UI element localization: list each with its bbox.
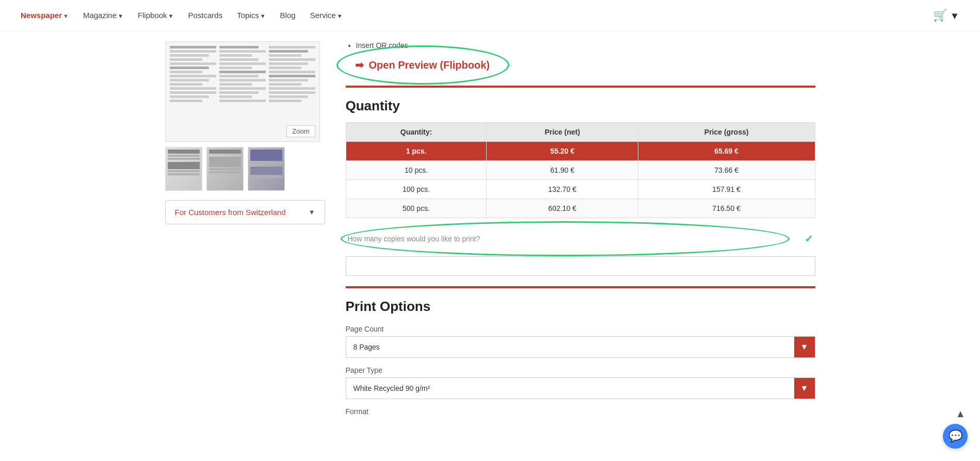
zoom-button[interactable]: Zoom xyxy=(286,125,315,137)
preview-oval-container: ➡ Open Preview (Flipbook) xyxy=(346,55,499,75)
col-price-net-header: Price (net) xyxy=(487,123,638,142)
quantity-table-row[interactable]: 10 pcs. 61.90 € 73.66 € xyxy=(346,161,815,180)
nav-postcards[interactable]: Postcards xyxy=(188,11,222,20)
preview-bullet: Insert QR codes xyxy=(356,41,815,50)
open-preview-button[interactable]: ➡ Open Preview (Flipbook) xyxy=(346,55,499,75)
arrow-right-icon: ➡ xyxy=(355,59,364,71)
quantity-input-placeholder: How many copies would you like to print? xyxy=(348,235,805,243)
red-divider-top xyxy=(346,86,815,88)
paper-type-label: Paper Type xyxy=(346,366,815,374)
quantity-table-row[interactable]: 100 pcs. 132.70 € 157.91 € xyxy=(346,180,815,199)
col-price-gross-header: Price (gross) xyxy=(638,123,815,142)
quantity-table-row[interactable]: 500 pcs. 602.10 € 716.50 € xyxy=(346,199,815,218)
gross-price-cell: 73.66 € xyxy=(638,161,815,180)
thumbnail-row xyxy=(165,147,325,191)
quantity-table: Quantity: Price (net) Price (gross) 1 pc… xyxy=(346,122,815,218)
nav-service[interactable]: Service▼ xyxy=(310,11,343,20)
nav-links: Newspaper▼ Magazine▼ Flipbook▼ Postcards… xyxy=(21,9,959,22)
chevron-down-icon: ▼ xyxy=(309,208,315,216)
scroll-top-arrow[interactable]: ▲ xyxy=(955,408,966,420)
quantity-table-row[interactable]: 1 pcs. 55.20 € 65.69 € xyxy=(346,142,815,161)
red-divider-bottom xyxy=(346,286,815,288)
page-count-dropdown-arrow[interactable]: ▼ xyxy=(794,337,815,357)
net-price-cell: 61.90 € xyxy=(487,161,638,180)
page-count-value: 8 Pages xyxy=(346,338,794,356)
right-panel: Insert QR codes ➡ Open Preview (Flipbook… xyxy=(346,41,815,419)
thumbnail-3[interactable] xyxy=(248,147,285,191)
preview-section: Insert QR codes ➡ Open Preview (Flipbook… xyxy=(346,41,815,75)
nav-flipbook[interactable]: Flipbook▼ xyxy=(138,11,174,20)
quantity-input[interactable] xyxy=(346,256,815,276)
product-main-image: Zoom xyxy=(165,41,320,142)
swiss-customers-box[interactable]: For Customers from Switzerland ▼ xyxy=(165,200,325,224)
left-panel: Zoom xyxy=(165,41,325,419)
chevron-down-icon: ▼ xyxy=(168,13,174,19)
paper-type-select[interactable]: White Recycled 90 g/m² ▼ xyxy=(346,377,815,399)
format-label: Format xyxy=(346,407,815,416)
qty-cell: 500 pcs. xyxy=(346,199,487,218)
nav-newspaper[interactable]: Newspaper▼ xyxy=(21,11,69,20)
main-container: Zoom xyxy=(155,31,826,429)
chevron-down-icon: ▼ xyxy=(118,13,123,19)
qty-cell: 1 pcs. xyxy=(346,142,487,161)
quantity-title: Quantity xyxy=(346,98,815,114)
thumbnail-1[interactable] xyxy=(165,147,202,191)
swiss-label: For Customers from Switzerland xyxy=(175,208,286,217)
chevron-down-icon: ▼ xyxy=(260,13,266,19)
checkmark-icon: ✓ xyxy=(805,233,813,245)
chat-bubble[interactable]: 💬 xyxy=(943,424,968,429)
col-quantity-header: Quantity: xyxy=(346,123,487,142)
gross-price-cell: 157.91 € xyxy=(638,180,815,199)
qty-cell: 10 pcs. xyxy=(346,161,487,180)
quantity-section: Quantity Quantity: Price (net) Price (gr… xyxy=(346,98,815,276)
print-options-section: Print Options Page Count 8 Pages ▼ Paper… xyxy=(346,299,815,416)
qty-cell: 100 pcs. xyxy=(346,180,487,199)
chevron-down-icon: ▼ xyxy=(337,13,343,19)
gross-price-cell: 65.69 € xyxy=(638,142,815,161)
thumbnail-2[interactable] xyxy=(206,147,244,191)
nav-magazine[interactable]: Magazine▼ xyxy=(83,11,123,20)
paper-type-value: White Recycled 90 g/m² xyxy=(346,379,794,398)
net-price-cell: 55.20 € xyxy=(487,142,638,161)
page-count-label: Page Count xyxy=(346,325,815,333)
net-price-cell: 132.70 € xyxy=(487,180,638,199)
navbar: Newspaper▼ Magazine▼ Flipbook▼ Postcards… xyxy=(0,0,980,31)
print-options-title: Print Options xyxy=(346,299,815,315)
gross-price-cell: 716.50 € xyxy=(638,199,815,218)
nav-topics[interactable]: Topics▼ xyxy=(237,11,265,20)
net-price-cell: 602.10 € xyxy=(487,199,638,218)
page-count-select[interactable]: 8 Pages ▼ xyxy=(346,336,815,358)
cart-icon[interactable]: 🛒 ▼ xyxy=(933,9,959,22)
nav-blog[interactable]: Blog xyxy=(280,11,296,20)
open-preview-label: Open Preview (Flipbook) xyxy=(369,59,490,71)
chevron-down-icon: ▼ xyxy=(63,13,69,19)
paper-type-dropdown-arrow[interactable]: ▼ xyxy=(794,378,815,399)
